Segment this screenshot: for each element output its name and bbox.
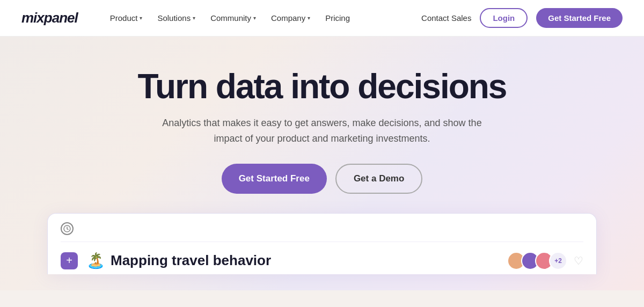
- hero-buttons: Get Started Free Get a Demo: [21, 164, 623, 194]
- nav-get-started-button[interactable]: Get Started Free: [536, 8, 623, 28]
- nav-item-community[interactable]: Community ▾: [204, 9, 262, 27]
- chevron-down-icon: ▾: [253, 15, 256, 21]
- chevron-down-icon: ▾: [140, 15, 142, 21]
- dashboard-preview: + 🏝️ Mapping travel behavior +2 ♡: [47, 213, 597, 274]
- clock-icon: [61, 222, 74, 235]
- dashboard-right-actions: +2 ♡: [507, 252, 583, 270]
- chevron-down-icon: ▾: [308, 15, 310, 21]
- hero-get-started-button[interactable]: Get Started Free: [222, 164, 327, 194]
- nav-item-company[interactable]: Company ▾: [265, 9, 317, 27]
- navbar: mixpanel Product ▾ Solutions ▾ Community…: [0, 0, 644, 36]
- nav-right: Contact Sales Login Get Started Free: [421, 8, 623, 28]
- dashboard-title-area: 🏝️ Mapping travel behavior: [86, 252, 499, 269]
- hero-section: Turn data into decisions Analytics that …: [0, 36, 644, 290]
- chevron-down-icon: ▾: [193, 15, 195, 21]
- nav-item-solutions[interactable]: Solutions ▾: [151, 9, 202, 27]
- nav-item-pricing[interactable]: Pricing: [319, 9, 356, 27]
- dashboard-topbar: [61, 222, 583, 242]
- nav-links: Product ▾ Solutions ▾ Community ▾ Compan…: [104, 9, 421, 27]
- dashboard-title: Mapping travel behavior: [111, 252, 271, 269]
- avatars-group: +2: [507, 252, 567, 270]
- login-button[interactable]: Login: [480, 8, 528, 28]
- add-button[interactable]: +: [61, 252, 78, 269]
- dashboard-title-row: + 🏝️ Mapping travel behavior +2 ♡: [61, 242, 583, 274]
- favorite-icon[interactable]: ♡: [574, 254, 583, 267]
- contact-sales-link[interactable]: Contact Sales: [421, 13, 471, 23]
- hero-demo-button[interactable]: Get a Demo: [335, 164, 422, 194]
- logo[interactable]: mixpanel: [21, 10, 78, 26]
- hero-headline: Turn data into decisions: [21, 69, 623, 105]
- avatar-count: +2: [549, 252, 567, 270]
- island-icon: 🏝️: [86, 252, 105, 269]
- nav-item-product[interactable]: Product ▾: [104, 9, 149, 27]
- hero-subheadline: Analytics that makes it easy to get answ…: [150, 115, 494, 147]
